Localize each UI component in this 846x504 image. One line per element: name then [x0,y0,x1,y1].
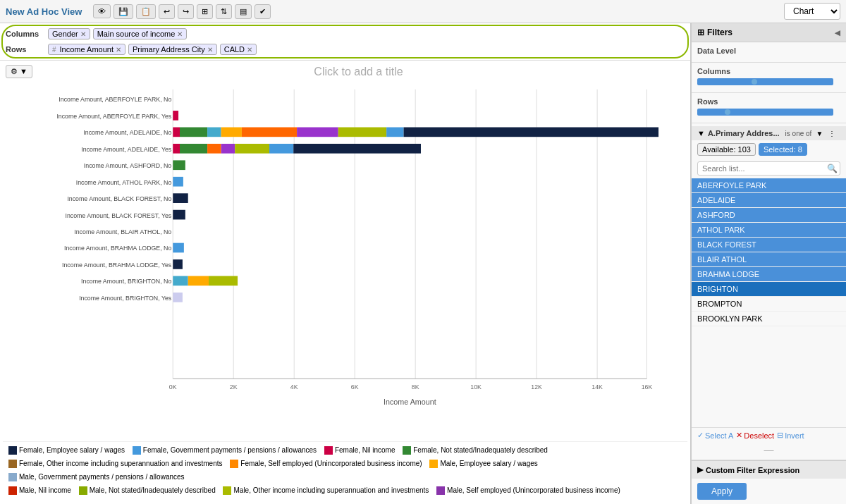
legend-color-8 [8,486,17,495]
column-tag-income-label: Main source of income [97,30,176,38]
svg-rect-26 [221,144,235,154]
svg-text:2K: 2K [230,383,238,391]
legend-item-6: Male, Employee salary / wages [429,458,537,469]
chart-type-select[interactable]: Chart [784,3,840,20]
row-tag-income-amount[interactable]: # Income Amount ✕ [48,44,125,55]
columns-bar [697,78,833,85]
filter-title: Filters [707,27,732,37]
sort-button[interactable]: ⇅ [216,4,232,19]
save-button[interactable]: 💾 [114,4,133,19]
filter-item-blackforest[interactable]: BLACK FOREST [692,238,846,252]
column-tag-income[interactable]: Main source of income ✕ [93,28,188,39]
filter-button[interactable]: ⊞ [197,4,213,19]
filter-item-ashford[interactable]: ASHFORD [692,208,846,223]
address-filter-header[interactable]: ▼ A.Primary Addres... is one of ▼ ⋮ [692,126,846,140]
search-icon: 🔍 [827,164,838,173]
row-tag-cald-close[interactable]: ✕ [247,46,252,54]
toolbar: 👁 💾 📋 ↩ ↪ ⊞ ⇅ ▤ ✔ [93,4,271,19]
legend-label-2: Female, Nil income [335,445,396,456]
filter-item-aberfoyle[interactable]: ABERFOYLE PARK [692,178,846,193]
address-filter-down-icon[interactable]: ▼ [816,130,823,137]
address-filter-menu-icon[interactable]: ⋮ [828,130,835,137]
view-button[interactable]: 👁 [93,4,111,18]
svg-rect-11 [173,111,178,121]
legend-item-7: Male, Government payments / pensions / a… [8,472,185,483]
legend-color-1 [133,446,141,455]
main-layout: Columns Gender ✕ Main source of income ✕… [0,23,846,504]
top-bar: New Ad Hoc View 👁 💾 📋 ↩ ↪ ⊞ ⇅ ▤ ✔ Chart [0,0,846,23]
rows-filter-title: Rows [697,97,840,106]
svg-rect-33 [173,177,183,187]
selected-stat-btn[interactable]: Selected: 8 [759,143,807,156]
svg-rect-17 [242,128,297,137]
available-stat-btn[interactable]: Available: 103 [697,143,756,156]
filter-collapse-icon[interactable]: ◀ [835,29,840,37]
check-button[interactable]: ✔ [255,4,271,19]
hash-icon: # [52,46,56,54]
svg-text:6K: 6K [351,383,359,391]
table-button[interactable]: ▤ [235,4,252,19]
columns-bar-container [697,78,840,85]
filter-item-athol[interactable]: ATHOL PARK [692,223,846,238]
svg-rect-15 [207,128,221,137]
column-tag-gender-close[interactable]: ✕ [80,30,86,38]
filter-item-brighton[interactable]: BRIGHTON [692,282,846,297]
legend-label-9: Male, Not stated/Inadequately described [90,485,216,496]
svg-rect-25 [207,144,221,154]
search-box: 🔍 [697,161,840,176]
legend-label-0: Female, Employee salary / wages [19,445,125,456]
legend-label-10: Male, Other income including superannuat… [233,485,429,496]
address-filter-title: A.Primary Addres... [708,129,780,137]
svg-text:16K: 16K [642,383,653,391]
column-tag-gender[interactable]: Gender ✕ [48,28,90,39]
undo-button[interactable]: ↩ [159,4,175,19]
custom-filter-header[interactable]: ▶ Custom Filter Expression [692,461,846,479]
svg-text:Income Amount, BLACK FOREST, N: Income Amount, BLACK FOREST, No [67,195,171,202]
custom-filter-title: Custom Filter Expression [706,466,799,474]
select-all-link[interactable]: ✓ Select A [697,431,733,440]
row-tag-city-close[interactable]: ✕ [207,46,213,54]
chart-title[interactable]: Click to add a title [32,66,685,78]
svg-rect-29 [293,144,421,154]
svg-text:12K: 12K [531,383,542,391]
invert-link[interactable]: ⊟ Invert [777,431,804,440]
filter-item-brahmalodge[interactable]: BRAHMA LODGE [692,267,846,282]
col-row-area: Columns Gender ✕ Main source of income ✕… [0,23,690,61]
filter-item-adelaide[interactable]: ADELAIDE [692,193,846,208]
filter-item-blairathol[interactable]: BLAIR ATHOL [692,252,846,267]
apply-button[interactable]: Apply [697,483,747,500]
svg-text:Income Amount, BLACK FOREST, Y: Income Amount, BLACK FOREST, Yes [65,212,171,219]
address-condition-label: is one of [785,130,812,137]
search-input[interactable] [697,161,840,176]
svg-rect-37 [173,210,185,220]
available-count: 103 [738,145,751,154]
row-tag-income-close[interactable]: ✕ [116,46,121,54]
scroll-indicator: — [692,443,846,457]
data-level-section: Data Level [692,42,846,63]
chart-container: .row-label { font-size: 9px; fill: #444;… [3,80,687,441]
columns-label: Columns [6,30,48,38]
deselect-link[interactable]: ✕ Deselect [736,431,774,440]
column-tag-income-close[interactable]: ✕ [177,30,183,38]
filter-item-brooklynpark[interactable]: BROOKLYN PARK [692,312,846,326]
svg-text:Income Amount: Income Amount [384,398,436,406]
legend-color-4 [8,460,17,468]
legend-color-3 [403,446,411,455]
row-tag-city[interactable]: Primary Address City ✕ [128,44,217,55]
svg-rect-45 [188,276,209,286]
copy-button[interactable]: 📋 [136,4,156,19]
gear-button[interactable]: ⚙ ▼ [6,65,32,78]
data-level-title: Data Level [697,47,840,55]
chart-area: ⚙ ▼ Click to add a title .row-label { fo… [0,61,690,504]
legend-item-4: Female, Other income including superannu… [8,458,223,469]
svg-text:Income Amount, ADELAIDE, Yes: Income Amount, ADELAIDE, Yes [81,146,171,153]
legend-item-8: Male, Nil income [8,485,71,496]
row-tag-cald[interactable]: CALD ✕ [220,44,257,55]
row-tag-cald-label: CALD [224,45,245,54]
filter-item-brompton[interactable]: BROMPTON [692,297,846,312]
svg-rect-27 [235,144,269,154]
redo-button[interactable]: ↪ [178,4,194,19]
legend-label-1: Female, Government payments / pensions /… [143,445,317,456]
svg-rect-46 [209,276,238,286]
legend-label-4: Female, Other income including superannu… [19,458,223,469]
